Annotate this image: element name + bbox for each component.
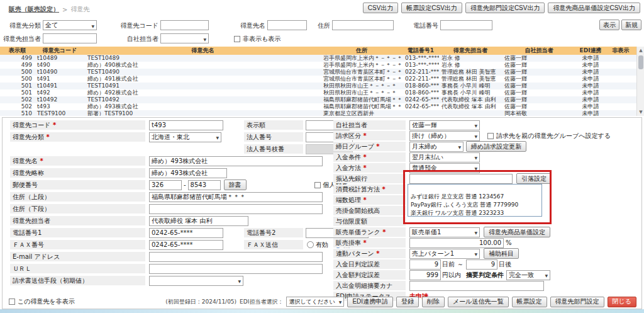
aux-account-button[interactable]: 補助科目: [484, 248, 519, 259]
chevron-down-icon: [472, 250, 477, 257]
customer-dept-csv-button[interactable]: 得意先部門設定CSV出力: [465, 3, 545, 13]
cell-display-order[interactable]: 500: [0, 69, 35, 76]
search-category-select[interactable]: 全て: [43, 20, 97, 30]
cell-display-order[interactable]: 501: [0, 89, 35, 96]
personal-customer-checkbox[interactable]: [314, 182, 321, 188]
cell-display-order[interactable]: 502: [0, 96, 35, 103]
search-rep-input[interactable]: [43, 33, 97, 43]
search-code-input[interactable]: [160, 20, 209, 30]
search-own-rep-select[interactable]: [160, 33, 209, 43]
fax-send-on-radio[interactable]: [307, 241, 314, 248]
cell-display-order[interactable]: 499: [0, 62, 35, 69]
customer-abbr-input[interactable]: [149, 168, 227, 178]
cell-display-order[interactable]: 501: [0, 83, 35, 89]
register-button[interactable]: 登録: [396, 297, 419, 307]
csv-export-button[interactable]: CSV出力: [363, 3, 399, 13]
bank-dropdown-option[interactable]: [408, 185, 541, 193]
table-row[interactable]: 501 t10491 TEST10491 秋田県秋田市山王＊－＊－＊ 018-8…: [0, 83, 636, 89]
table-row[interactable]: 500 t491 締め）491株式会社 宮城県仙台市青葉区本町＊－＊－＊ 022…: [0, 76, 636, 83]
zip2-input[interactable]: [188, 180, 221, 190]
cell-hidden-flag: [605, 69, 636, 76]
scroll-up-icon[interactable]: ▲: [637, 47, 644, 54]
customer-rep-input[interactable]: [149, 216, 248, 226]
cell-customer-name: 締め）492株式会社: [85, 89, 321, 96]
mail-destination-list-button[interactable]: メール送信先一覧: [448, 297, 508, 307]
payment-method-select[interactable]: 普通預金: [409, 163, 480, 173]
closing-billing-update-button[interactable]: 締め請求設定更新: [466, 141, 526, 152]
customer-category-select[interactable]: 北海道・東北: [149, 132, 221, 142]
fax-input[interactable]: [149, 240, 223, 250]
table-row[interactable]: 501 t492 締め）492株式会社 秋田県秋田市山王＊－＊－＊ 018-86…: [0, 89, 636, 96]
row-bank: 振込先銀行 引落設定: [333, 173, 552, 184]
cell-display-order[interactable]: 499: [0, 55, 35, 62]
search-show-button[interactable]: 表示: [599, 20, 619, 30]
email-input[interactable]: [149, 252, 323, 262]
closing-group-select[interactable]: 月末締め: [409, 142, 464, 152]
customer-dept-settings-button[interactable]: 得意先部門設定: [550, 297, 604, 307]
search-tel-input[interactable]: [440, 20, 492, 30]
tel1-label: 電話番号1: [10, 228, 145, 237]
customer-item-price-button[interactable]: 得意先商品単価設定: [484, 227, 550, 237]
hide-customer-checkbox[interactable]: [9, 299, 15, 305]
customer-code-input[interactable]: [149, 120, 223, 130]
close-button[interactable]: 閉じる: [608, 297, 636, 307]
cell-customer-name: TEST10489: [85, 55, 321, 62]
zip1-input[interactable]: [149, 180, 182, 190]
cell-own-rep: 佐藤一輝: [502, 83, 576, 89]
cell-display-order[interactable]: 502: [0, 103, 35, 110]
zip-dictionary-button[interactable]: 辞書: [224, 179, 247, 190]
date-error-after-input[interactable]: [466, 259, 497, 270]
payment-terms-label: 入金条件: [333, 152, 406, 162]
url-input[interactable]: [149, 264, 323, 274]
date-error-before-input[interactable]: [409, 259, 441, 270]
cell-hidden-flag: [605, 103, 636, 110]
statement-kana-input[interactable]: [409, 281, 544, 291]
debit-settings-button[interactable]: 引落設定: [516, 173, 552, 184]
breadcrumb-sales-link[interactable]: 販売（販売設定）: [9, 5, 59, 14]
report-settings-button[interactable]: 帳票設定: [512, 297, 547, 307]
customer-price-csv-button[interactable]: 得意先商品単価設定CSV出力: [548, 3, 640, 13]
scroll-down-icon[interactable]: ▼: [637, 108, 644, 116]
bank-combobox[interactable]: [409, 174, 513, 184]
edi-apply-button[interactable]: EDI連携申請: [347, 297, 393, 307]
tel1-input[interactable]: [149, 228, 223, 238]
link-pattern-select[interactable]: 売上パターン1: [409, 249, 480, 259]
table-header-cell: 得意先担当者: [439, 47, 502, 55]
bank-dropdown-option[interactable]: PayPay銀行 ふくろう支店 普通 7779990: [408, 201, 541, 209]
billing-type-select[interactable]: 掛け（締め）: [409, 131, 480, 141]
show-hidden-checkbox[interactable]: [234, 36, 240, 42]
invoice-method-select[interactable]: [149, 276, 243, 286]
scrollbar-thumb[interactable]: [638, 55, 643, 69]
address2-input[interactable]: [149, 204, 323, 214]
table-row[interactable]: 510 TEST9100 部署）TEST9100 東京都足立区西新井 岡本裕敬 …: [0, 110, 636, 116]
cell-display-order[interactable]: 500: [0, 76, 35, 83]
row-credit-limit: 与信限度額: [333, 216, 406, 227]
table-row[interactable]: 502 t10492 TEST10492 福島県耶麻郡猪苗代町馬場＊＊＊ 024…: [0, 96, 636, 103]
cell-edi-status: 未申請: [576, 83, 605, 89]
search-new-button[interactable]: 新規: [621, 20, 641, 30]
bank-dropdown-option[interactable]: 楽天銀行 ワルツ支店 普通 2323233: [408, 209, 541, 217]
table-row[interactable]: 500 t10490 TEST10490 宮城県仙台市青葉区本町＊－＊－＊ 02…: [0, 69, 636, 76]
search-name-input[interactable]: [267, 20, 307, 30]
parent-group-checkbox[interactable]: [487, 133, 494, 139]
amount-error-input[interactable]: [409, 270, 441, 280]
summary-condition-select[interactable]: 完全一致: [506, 270, 550, 280]
own-rep-select[interactable]: 佐藤一輝: [409, 120, 480, 130]
breadcrumb-separator: >: [62, 6, 67, 13]
bank-dropdown-option[interactable]: みずほ銀行 足立支店 普通 1234567: [408, 193, 541, 201]
search-address-input[interactable]: [332, 20, 394, 30]
edi-rep-select[interactable]: 選択してください: [286, 297, 344, 307]
payment-terms-select[interactable]: 翌月末払い: [409, 152, 480, 162]
cell-display-order[interactable]: 510: [0, 110, 35, 116]
table-row[interactable]: 499 t10489 TEST10489 岩手県盛岡市上米内＊－＊－＊ 013-…: [0, 55, 636, 62]
delete-button[interactable]: 削除: [422, 297, 445, 307]
sales-rate-input[interactable]: [409, 238, 504, 248]
table-scrollbar[interactable]: ▲ ▼: [636, 47, 644, 116]
customer-name-input[interactable]: [149, 156, 323, 166]
price-rank-select[interactable]: 販売単価1: [409, 227, 480, 237]
address1-input[interactable]: [149, 192, 323, 202]
table-row[interactable]: 499 t490 締め）490株式会社 岩手県盛岡市上米内＊－＊－＊ 013-*…: [0, 62, 636, 69]
report-settings-csv-button[interactable]: 帳票設定CSV出力: [401, 3, 462, 13]
table-row[interactable]: 502 t493 締め）493株式会社 福島県耶麻郡猪苗代町馬場＊＊＊ 0242…: [0, 103, 636, 110]
row-receivable-balance: 売掛金開始残高: [333, 205, 406, 216]
